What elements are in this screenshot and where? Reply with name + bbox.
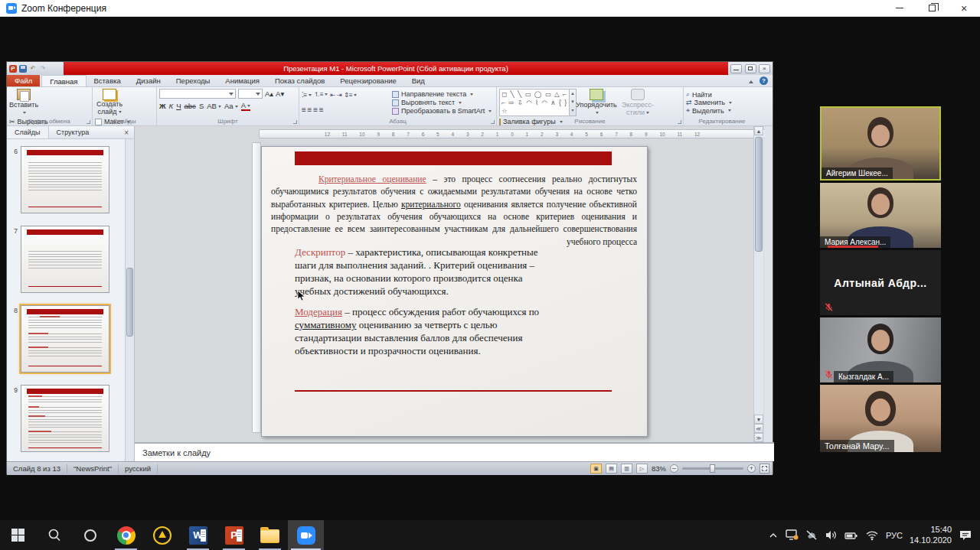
zoom-in-icon[interactable]: + [747,464,756,473]
paste-button[interactable]: Вставить [9,89,38,116]
tab-file[interactable]: Файл [7,75,40,86]
tab-view[interactable]: Вид [404,75,433,86]
character-spacing-button[interactable]: АВ [207,102,221,110]
status-language[interactable]: русский [119,464,158,474]
wifi-icon[interactable] [865,530,879,541]
bold-button[interactable]: Ж [159,102,166,110]
panel-tab-outline[interactable]: Структура [49,126,97,138]
ppt-close-button[interactable]: × [759,64,770,73]
zoom-close-button[interactable]: × [948,0,980,16]
convert-smartart-button[interactable]: Преобразовать в SmartArt [392,107,493,115]
participant-tile-active-speaker[interactable]: Айгерим Шекее... [820,106,941,181]
action-center-icon[interactable] [959,529,972,542]
taskbar-zoom-button[interactable] [288,520,324,550]
find-button[interactable]: ⌕Найти [686,90,732,99]
shapes-gallery[interactable]: ◻ ╲ ╲ ▭ ◯ ▭ △ ⌐ ⌐ ⇨ ⇩ ◠ ⌇ ◠ ∧ { } ☆ [499,89,570,116]
undo-icon[interactable]: ↶ [29,65,37,73]
panel-scrollbar[interactable] [125,139,134,461]
grow-font-icon[interactable]: А▴ [265,89,273,98]
replace-button[interactable]: ⇄Заменить [686,99,732,106]
save-icon[interactable] [19,65,27,73]
help-icon[interactable]: ? [760,76,768,85]
taskbar-media-app-button[interactable] [144,520,180,550]
text-direction-button[interactable]: Направление текста [392,90,493,98]
shrink-font-icon[interactable]: А▾ [276,89,284,98]
view-slideshow-button[interactable]: ▷ [636,464,648,474]
start-button[interactable] [0,520,36,550]
language-indicator[interactable]: РУС [886,531,903,540]
align-buttons[interactable]: ≡ ≡ ≡ ≡ [302,106,323,114]
tab-slideshow[interactable]: Показ слайдов [267,75,332,86]
strikethrough-button[interactable]: abc [185,102,196,110]
slide-scrollbar[interactable]: ▲ ▼ ≪ ≫ [753,126,763,442]
scrollbar-thumb[interactable] [755,137,763,252]
font-name-combobox[interactable] [159,89,236,99]
crossed-out-device-icon[interactable] [805,529,818,541]
drawing-dialog-launcher-icon[interactable] [678,120,681,124]
slide-footer-line-shape[interactable] [295,390,612,392]
font-color-button[interactable]: А [241,101,250,111]
participant-tile[interactable]: Толғанай Мару... [820,385,941,452]
tray-expand-icon[interactable] [768,530,779,541]
font-size-combobox[interactable] [238,89,263,99]
participant-tile-no-video[interactable]: Алтынай Абдр... [820,250,941,315]
next-slide-icon[interactable]: ≫ [754,433,763,442]
indent-buttons[interactable]: ⇤ ⇥ [330,91,341,99]
scroll-up-icon[interactable]: ▲ [754,126,763,135]
scroll-down-icon[interactable]: ▼ [754,415,763,424]
change-case-button[interactable]: Аа [224,102,238,110]
slide-paragraph-definition[interactable]: Критериальное оценивание – это процесс с… [271,173,637,248]
slide-thumbnail-8-selected[interactable]: 8 [7,305,109,373]
tab-transitions[interactable]: Переходы [168,75,218,86]
tab-review[interactable]: Рецензирование [332,75,403,86]
bullets-button[interactable]: ⁚≡ [302,91,312,99]
underline-button[interactable]: Ч [176,102,181,110]
slide-thumbnail-6[interactable]: 6 [7,146,109,213]
line-spacing-button[interactable]: ⇕≡ [344,91,357,99]
text-shadow-button[interactable]: S [199,102,204,110]
taskbar-powerpoint-button[interactable]: P [216,520,252,550]
zoom-slider[interactable] [682,467,743,470]
taskbar-explorer-button[interactable] [252,520,288,550]
ppt-minimize-button[interactable] [730,64,742,73]
numbering-button[interactable]: ⒈≡ [314,90,328,99]
taskbar-chrome-button[interactable] [108,520,144,550]
arrange-button[interactable]: Упорядочить [577,89,616,116]
slide-canvas[interactable]: Критериальное оценивание – это процесс с… [261,146,648,437]
redo-icon[interactable]: ↷ [39,65,47,73]
align-text-button[interactable]: Выровнять текст [392,99,493,106]
slide-paragraph-descriptor[interactable]: Дескриптор – характеристика, описывающая… [295,246,540,298]
italic-button[interactable]: К [169,102,174,110]
font-dialog-launcher-icon[interactable] [293,120,297,124]
view-normal-button[interactable]: ▣ [590,464,602,474]
ppt-restore-button[interactable] [745,64,756,73]
display-status-icon[interactable] [786,529,799,541]
tab-design[interactable]: Дизайн [129,75,168,86]
zoom-restore-button[interactable] [916,0,948,16]
tab-home[interactable]: Главная [41,75,86,86]
clipboard-dialog-launcher-icon[interactable] [87,120,90,124]
slide-thumbnail-7[interactable]: 7 [7,226,109,293]
select-button[interactable]: ⌖Выделить [686,106,732,115]
slide-paragraph-moderation[interactable]: Модерация – процесс обсуждения работ обу… [295,306,540,358]
new-slide-button[interactable]: Создать слайд [95,89,124,116]
battery-icon[interactable] [844,530,858,541]
participant-tile[interactable]: Кызгалдак А... [820,317,941,382]
cortana-button[interactable] [72,520,108,550]
slide-title-bar-shape[interactable] [295,151,612,165]
fit-to-window-icon[interactable] [760,464,769,474]
view-reading-button[interactable]: ▥ [621,464,632,474]
zoom-minimize-button[interactable] [884,0,916,16]
tab-insert[interactable]: Вставка [87,75,129,86]
participant-tile[interactable]: Мария Алексан... [820,183,941,248]
view-sorter-button[interactable]: ▤ [606,464,617,474]
slide-thumbnail-9[interactable]: 9 [7,385,109,452]
tab-animations[interactable]: Анимация [217,75,267,86]
zoom-out-icon[interactable]: – [670,464,678,473]
panel-tab-slides[interactable]: Слайды [7,126,49,138]
collapse-ribbon-icon[interactable] [747,78,755,84]
paragraph-dialog-launcher-icon[interactable] [491,120,495,124]
taskbar-word-button[interactable]: W [180,520,216,550]
speaker-icon[interactable] [825,529,838,541]
search-button[interactable] [36,520,72,550]
